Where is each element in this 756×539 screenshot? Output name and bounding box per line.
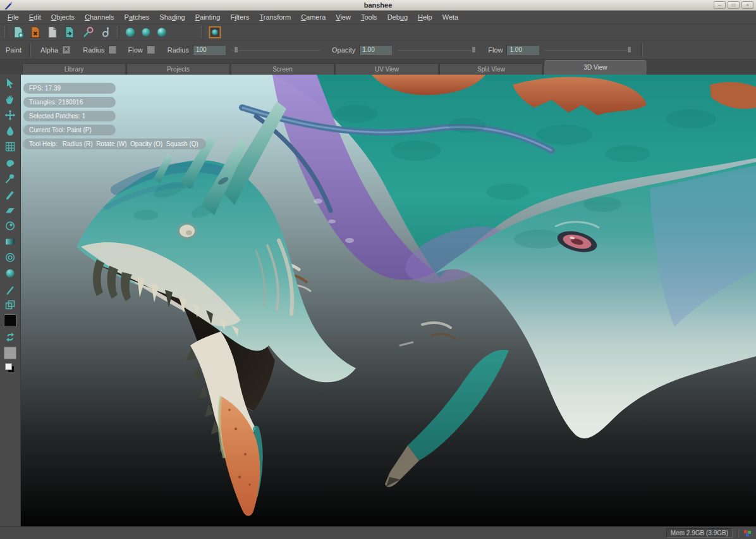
radial-gradient-tool[interactable]	[2, 249, 18, 265]
copy-squares-icon	[4, 299, 16, 311]
menu-filters[interactable]: Filters	[225, 11, 254, 23]
tab-3d-view[interactable]: 3D View	[544, 60, 647, 75]
clone-circle-icon	[4, 220, 16, 232]
mesh-grid-icon	[4, 140, 16, 153]
menu-patches[interactable]: Patches	[119, 11, 155, 23]
radius-checkbox[interactable]	[108, 46, 116, 54]
3d-viewport[interactable]: FPS: 17.39 Triangles: 2180916 Selected P…	[21, 75, 756, 526]
pin-tool-icon[interactable]	[82, 26, 95, 39]
menu-camera[interactable]: Camera	[296, 11, 331, 23]
memory-usage: Mem 2.9GB (3.9GB)	[666, 528, 733, 538]
opacity-label: Opacity	[332, 46, 355, 54]
radius-toggle-label: Radius	[83, 46, 104, 54]
blur-tool[interactable]	[2, 123, 18, 139]
separator	[29, 43, 31, 57]
sphere-icon	[4, 267, 16, 280]
menu-weta[interactable]: Weta	[437, 11, 463, 23]
menu-view[interactable]: View	[331, 11, 356, 23]
graph-tool-icon[interactable]	[99, 26, 112, 39]
menu-help[interactable]: Help	[413, 11, 437, 23]
separator	[641, 43, 643, 57]
hud-tool-help: Tool Help: Radius (R) Rotate (W) Opacity…	[23, 139, 206, 149]
opacity-slider[interactable]	[398, 45, 476, 55]
viewport-hud: FPS: 17.39 Triangles: 2180916 Selected P…	[23, 83, 206, 149]
hud-selected-patches: Selected Patches: 1	[23, 111, 116, 121]
hud-current-tool: Current Tool: Paint (P)	[23, 125, 116, 135]
background-color-swatch[interactable]	[4, 347, 16, 359]
opacity-slider-handle[interactable]	[472, 46, 476, 53]
alpha-checkbox[interactable]: ✕	[62, 46, 70, 54]
pin-tool[interactable]	[2, 170, 18, 186]
menu-debug[interactable]: Debug	[382, 11, 413, 23]
radius-slider-track[interactable]	[231, 50, 320, 51]
close-button[interactable]: ×	[741, 1, 753, 9]
brush-preset-3-icon[interactable]	[156, 27, 168, 38]
paint-tool[interactable]	[2, 186, 18, 202]
opacity-field[interactable]: 1.00	[359, 45, 392, 55]
menu-transform[interactable]: Transform	[254, 11, 296, 23]
pencil-icon	[4, 283, 16, 295]
tool-panel	[0, 75, 21, 526]
clone-tool[interactable]	[2, 218, 18, 233]
select-tool[interactable]	[2, 75, 18, 91]
radius-slider-handle[interactable]	[234, 46, 238, 53]
menu-file[interactable]: File	[3, 11, 24, 23]
gradient-tool[interactable]	[2, 233, 18, 249]
pan-tool[interactable]	[2, 91, 18, 107]
move-tool[interactable]	[2, 107, 18, 123]
menu-edit[interactable]: Edit	[24, 11, 46, 23]
close-project-icon[interactable]	[29, 26, 42, 39]
tab-split-view[interactable]: Split View	[439, 63, 543, 75]
hud-fps: FPS: 17.39	[23, 83, 116, 94]
tab-library[interactable]: Library	[22, 63, 126, 75]
flow-slider[interactable]	[545, 45, 631, 55]
copy-patch-tool[interactable]	[2, 297, 18, 313]
swap-colors-tool[interactable]	[2, 329, 18, 345]
default-colors[interactable]	[2, 361, 18, 375]
flow-field[interactable]: 1.00	[506, 45, 539, 55]
flow-label: Flow	[488, 46, 503, 54]
foreground-color-swatch[interactable]	[4, 314, 16, 327]
window-title: banshee	[0, 1, 756, 9]
menu-painting[interactable]: Painting	[190, 11, 226, 23]
save-project-icon[interactable]	[46, 26, 59, 39]
hud-triangles: Triangles: 2180916	[23, 97, 116, 108]
new-project-icon[interactable]	[12, 26, 25, 39]
tab-screen[interactable]: Screen	[231, 63, 334, 75]
maximize-button[interactable]: ▭	[728, 1, 740, 9]
smear-tool[interactable]	[2, 154, 18, 170]
flow-slider-handle[interactable]	[627, 46, 631, 53]
radius-slider[interactable]	[231, 45, 320, 55]
import-project-icon[interactable]	[63, 26, 76, 39]
brush-preset-2-icon[interactable]	[140, 27, 152, 38]
menu-objects[interactable]: Objects	[46, 11, 80, 23]
radius-field[interactable]: 100	[193, 45, 226, 55]
opacity-slider-track[interactable]	[398, 50, 476, 51]
menu-channels[interactable]: Channels	[80, 11, 119, 23]
toolbar-grip[interactable]	[117, 27, 119, 38]
smear-blob-icon	[4, 156, 16, 169]
toolbar-grip[interactable]	[4, 27, 7, 38]
paint-target-icon[interactable]	[209, 26, 221, 39]
sphere-paint-tool[interactable]	[2, 265, 18, 281]
eraser-icon	[4, 204, 16, 216]
tab-uv-view[interactable]: UV View	[335, 63, 439, 75]
brush-icon	[4, 188, 16, 201]
minimize-button[interactable]: –	[714, 1, 726, 9]
menu-tools[interactable]: Tools	[356, 11, 382, 23]
warp-tool[interactable]	[2, 139, 18, 154]
flow-checkbox[interactable]	[147, 46, 155, 54]
tab-projects[interactable]: Projects	[126, 63, 230, 75]
flow-toggle-label: Flow	[128, 46, 142, 54]
concentric-circles-icon	[4, 251, 16, 264]
pencil-tool[interactable]	[2, 281, 18, 297]
flow-slider-track[interactable]	[545, 50, 631, 51]
brush-preset-1-icon[interactable]	[125, 27, 136, 38]
app-window: banshee – ▭ × File Edit Objects Channels…	[0, 0, 756, 539]
menu-shading[interactable]: Shading	[154, 11, 190, 23]
main-toolbar	[0, 24, 756, 40]
toolbar-grip[interactable]	[201, 27, 204, 38]
titlebar[interactable]: banshee – ▭ ×	[0, 0, 756, 11]
erase-tool[interactable]	[2, 202, 18, 218]
select-arrow-icon	[4, 77, 16, 90]
